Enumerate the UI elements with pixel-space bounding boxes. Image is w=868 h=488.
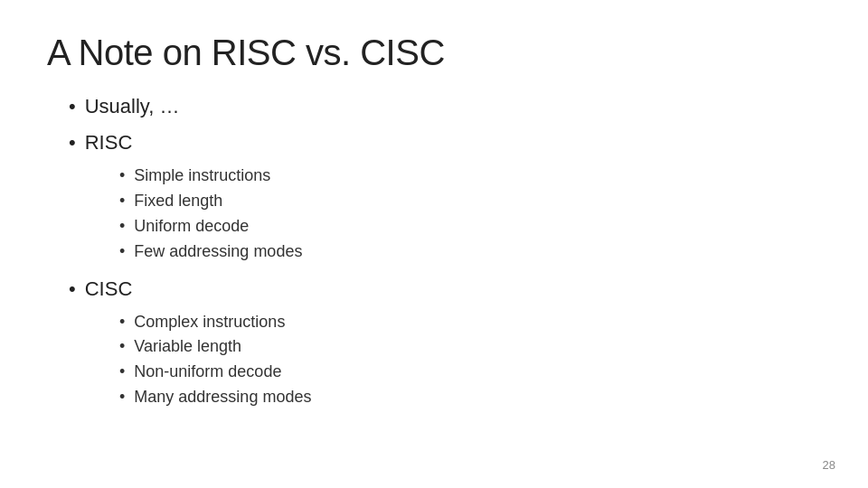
- cisc-sub-bullets: Complex instructions Variable length Non…: [69, 310, 821, 411]
- risc-section: • RISC Simple instructions Fixed length …: [69, 131, 821, 265]
- cisc-item-3: Non-uniform decode: [119, 360, 821, 385]
- slide-content: • Usually, … • RISC Simple instructions …: [47, 95, 821, 410]
- slide-title: A Note on RISC vs. CISC: [47, 33, 821, 73]
- risc-item-3: Uniform decode: [119, 214, 821, 239]
- cisc-item-2: Variable length: [119, 334, 821, 360]
- cisc-item-1: Complex instructions: [119, 310, 821, 335]
- risc-item-1: Simple instructions: [119, 164, 821, 189]
- risc-label: RISC: [85, 131, 133, 155]
- page-number: 28: [823, 458, 835, 472]
- risc-bullet: • RISC: [69, 131, 821, 155]
- cisc-item-4: Many addressing modes: [119, 385, 821, 410]
- risc-sub-bullets: Simple instructions Fixed length Uniform…: [69, 164, 821, 265]
- intro-bullet-text: Usually, …: [85, 95, 180, 118]
- risc-item-4: Few addressing modes: [119, 239, 821, 265]
- intro-bullet: • Usually, …: [69, 95, 821, 118]
- cisc-bullet: • CISC: [69, 277, 821, 301]
- slide: A Note on RISC vs. CISC • Usually, … • R…: [0, 0, 868, 488]
- cisc-label: CISC: [85, 277, 133, 301]
- intro-section: • Usually, …: [69, 95, 821, 118]
- risc-item-2: Fixed length: [119, 189, 821, 214]
- cisc-section: • CISC Complex instructions Variable len…: [69, 277, 821, 411]
